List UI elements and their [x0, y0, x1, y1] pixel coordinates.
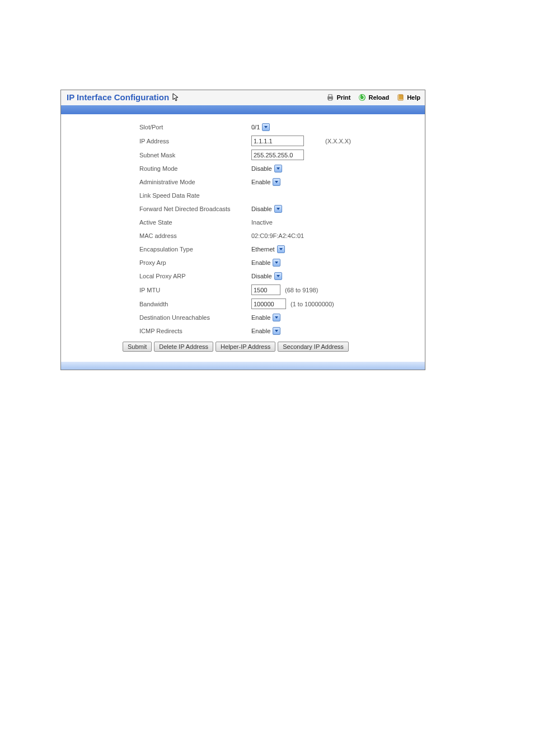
label-icmp-redirects: ICMP Redirects: [139, 328, 251, 334]
row-link-speed: Link Speed Data Rate: [139, 190, 414, 200]
button-row: Submit Delete IP Address Helper-IP Addre…: [123, 342, 414, 352]
label-ip-mtu: IP MTU: [139, 287, 251, 293]
row-dest-unreach: Destination Unreachables Enable: [139, 312, 414, 323]
label-encapsulation: Encapsulation Type: [139, 246, 251, 253]
active-state-value: Inactive: [251, 219, 273, 226]
row-fwd-broadcasts: Forward Net Directed Broadcasts Disable: [139, 204, 414, 214]
row-slot-port: Slot/Port 0/1: [139, 122, 414, 132]
footer-band: [61, 362, 425, 370]
svg-rect-1: [329, 95, 332, 97]
print-icon: [326, 94, 334, 101]
header-band: [61, 105, 425, 114]
chevron-down-icon: [277, 245, 285, 253]
help-label: Help: [407, 94, 420, 101]
help-icon: [397, 94, 405, 101]
label-subnet-mask: Subnet Mask: [139, 152, 251, 158]
row-bandwidth: Bandwidth (1 to 10000000): [139, 298, 414, 309]
row-routing-mode: Routing Mode Disable: [139, 164, 414, 174]
row-subnet-mask: Subnet Mask: [139, 150, 414, 160]
submit-button[interactable]: Submit: [123, 342, 152, 352]
routing-mode-value: Disable: [251, 165, 272, 172]
header-actions: Print Reload: [326, 94, 420, 101]
ip-address-input[interactable]: [251, 136, 304, 146]
ip-interface-panel: IP Interface Configuration Print: [60, 90, 425, 370]
encapsulation-value: Ethernet: [251, 246, 275, 253]
page-title-text: IP Interface Configuration: [67, 92, 169, 102]
row-ip-address: IP Address (X.X.X.X): [139, 136, 414, 146]
chevron-down-icon: [274, 205, 282, 213]
label-proxy-arp: Proxy Arp: [139, 259, 251, 266]
routing-mode-select[interactable]: Disable: [251, 165, 282, 172]
subnet-mask-input[interactable]: [251, 150, 304, 160]
reload-label: Reload: [368, 94, 389, 101]
row-mac-address: MAC address 02:C0:9F:A2:4C:01: [139, 231, 414, 241]
reload-link[interactable]: Reload: [358, 94, 389, 101]
bandwidth-input[interactable]: [251, 298, 286, 309]
icmp-redirects-select[interactable]: Enable: [251, 327, 280, 335]
label-slot-port: Slot/Port: [139, 124, 251, 130]
form-area: Slot/Port 0/1 IP Address (X.X.X.X) Subne…: [61, 114, 425, 362]
bandwidth-hint: (1 to 10000000): [291, 301, 334, 307]
secondary-ip-button[interactable]: Secondary IP Address: [278, 342, 349, 352]
help-link[interactable]: Help: [397, 94, 420, 101]
chevron-down-icon: [273, 178, 280, 186]
page-title: IP Interface Configuration: [67, 92, 179, 102]
admin-mode-select[interactable]: Enable: [251, 178, 280, 186]
label-active-state: Active State: [139, 219, 251, 226]
slot-port-select[interactable]: 0/1: [251, 123, 270, 131]
helper-ip-button[interactable]: Helper-IP Address: [216, 342, 275, 352]
label-bandwidth: Bandwidth: [139, 301, 251, 307]
print-label: Print: [336, 94, 350, 101]
slot-port-value: 0/1: [251, 124, 260, 130]
dest-unreach-select[interactable]: Enable: [251, 314, 280, 321]
local-proxy-value: Disable: [251, 273, 272, 279]
label-mac-address: MAC address: [139, 232, 251, 239]
label-fwd-broadcasts: Forward Net Directed Broadcasts: [139, 206, 251, 212]
chevron-down-icon: [273, 327, 280, 335]
proxy-arp-value: Enable: [251, 259, 270, 266]
chevron-down-icon: [273, 259, 280, 267]
icmp-redirects-value: Enable: [251, 328, 270, 334]
chevron-down-icon: [273, 314, 280, 321]
admin-mode-value: Enable: [251, 179, 270, 185]
mac-address-value: 02:C0:9F:A2:4C:01: [251, 232, 304, 239]
encapsulation-select[interactable]: Ethernet: [251, 245, 285, 253]
label-admin-mode: Administrative Mode: [139, 179, 251, 185]
chevron-down-icon: [274, 165, 282, 172]
chevron-down-icon: [262, 123, 270, 131]
row-active-state: Active State Inactive: [139, 217, 414, 227]
label-local-proxy: Local Proxy ARP: [139, 273, 251, 279]
ip-mtu-input[interactable]: [251, 284, 280, 295]
fwd-broadcasts-select[interactable]: Disable: [251, 205, 282, 213]
delete-ip-button[interactable]: Delete IP Address: [154, 342, 213, 352]
label-routing-mode: Routing Mode: [139, 165, 251, 172]
svg-rect-2: [329, 99, 332, 100]
label-dest-unreach: Destination Unreachables: [139, 314, 251, 321]
row-local-proxy: Local Proxy ARP Disable: [139, 271, 414, 281]
row-admin-mode: Administrative Mode Enable: [139, 177, 414, 187]
row-proxy-arp: Proxy Arp Enable: [139, 258, 414, 268]
row-ip-mtu: IP MTU (68 to 9198): [139, 284, 414, 295]
fwd-broadcasts-value: Disable: [251, 206, 272, 212]
print-link[interactable]: Print: [326, 94, 350, 101]
dest-unreach-value: Enable: [251, 314, 270, 321]
panel-header: IP Interface Configuration Print: [61, 90, 425, 105]
reload-icon: [358, 94, 366, 101]
proxy-arp-select[interactable]: Enable: [251, 259, 280, 267]
ip-mtu-hint: (68 to 9198): [285, 287, 318, 293]
label-ip-address: IP Address: [139, 138, 251, 144]
row-icmp-redirects: ICMP Redirects Enable: [139, 326, 414, 336]
chevron-down-icon: [274, 272, 282, 280]
cursor-icon: [172, 93, 179, 102]
label-link-speed: Link Speed Data Rate: [139, 192, 251, 199]
ip-address-hint: (X.X.X.X): [325, 138, 351, 144]
row-encapsulation: Encapsulation Type Ethernet: [139, 244, 414, 254]
local-proxy-select[interactable]: Disable: [251, 272, 282, 280]
